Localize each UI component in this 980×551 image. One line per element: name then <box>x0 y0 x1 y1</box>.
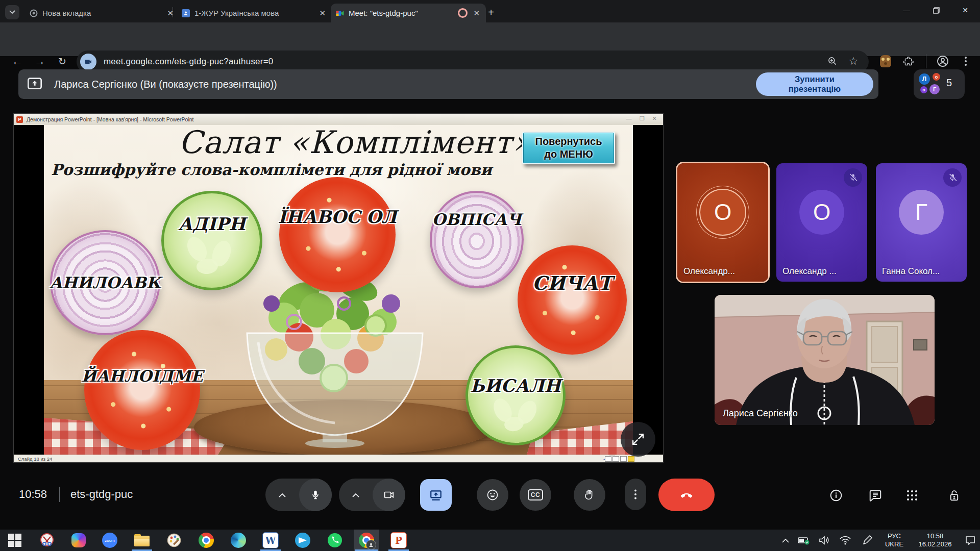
tab-meet-active[interactable]: Meet: "ets-gtdg-puc" ✕ <box>331 4 486 22</box>
back-button[interactable]: ← <box>7 51 28 71</box>
start-button[interactable] <box>3 530 27 551</box>
participant-tile-3[interactable]: Г Ганна Сокол... <box>876 163 967 282</box>
mic-toggle-button[interactable] <box>299 479 332 511</box>
reactions-button[interactable] <box>477 479 508 511</box>
camera-in-use-icon[interactable] <box>80 54 96 70</box>
window-maximize-button[interactable] <box>921 0 951 20</box>
taskbar-zoom[interactable]: zoom <box>98 530 121 551</box>
tray-clock[interactable]: 10:58 16.02.2026 <box>912 532 959 548</box>
extensions-puzzle-icon[interactable] <box>899 52 918 70</box>
mic-control[interactable] <box>265 479 332 511</box>
more-options-button[interactable] <box>625 479 646 510</box>
tray-date: 16.02.2026 <box>912 540 959 548</box>
open-in-full-icon <box>629 431 647 448</box>
tab-new-tab[interactable]: Нова вкладка ✕ <box>24 4 180 22</box>
activities-button[interactable] <box>903 486 921 505</box>
mic-off-icon <box>948 173 958 183</box>
window-minimize-button[interactable]: — <box>892 0 921 20</box>
tray-show-hidden-icons[interactable] <box>778 534 793 547</box>
word-cucumber-adirn: АДІРН <box>161 191 262 290</box>
tray-action-center[interactable] <box>963 534 978 547</box>
tab-close-icon[interactable]: ✕ <box>472 9 481 18</box>
ppt-slide-counter: Слайд 18 из 24 <box>18 456 52 462</box>
new-tab-button[interactable]: + <box>484 5 498 19</box>
stop-presenting-line1: Зупинити <box>795 74 835 84</box>
scrambled-word: АНИЛОАВК <box>50 273 161 292</box>
tray-volume-icon[interactable] <box>817 534 832 547</box>
captions-button[interactable]: CC <box>520 479 551 511</box>
return-to-menu-button: Повернутись до МЕНЮ <box>522 132 615 164</box>
present-button-active[interactable] <box>420 479 452 511</box>
taskbar-whatsapp[interactable] <box>323 530 347 551</box>
tray-pen-icon[interactable] <box>860 534 875 547</box>
taskbar-snipping-tool[interactable] <box>35 530 59 551</box>
taskbar-word[interactable]: W <box>259 530 282 551</box>
browser-toolbar: ← → ↻ meet.google.com/ets-gtdg-puc?authu… <box>0 22 980 56</box>
mic-options-chevron[interactable] <box>265 479 299 511</box>
participants-cluster[interactable]: Л о о Г 5 <box>914 69 965 99</box>
participant-name: Олександр ... <box>782 266 837 277</box>
tray-time: 10:58 <box>912 532 959 540</box>
taskbar-telegram[interactable] <box>291 530 314 551</box>
chrome-favicon <box>30 9 38 17</box>
tab-capture-indicator-icon <box>458 8 468 18</box>
taskbar-file-explorer[interactable] <box>130 530 154 551</box>
reload-button[interactable]: ↻ <box>52 51 72 71</box>
zoom-icon: zoom <box>102 533 117 548</box>
tray-language-indicator[interactable]: РУС UKRE <box>880 532 908 548</box>
hangup-icon <box>679 488 694 502</box>
tab-close-icon[interactable]: ✕ <box>318 9 327 18</box>
tab-close-icon[interactable]: ✕ <box>166 9 175 18</box>
leave-call-button[interactable] <box>658 479 715 511</box>
mic-off-icon <box>848 173 858 183</box>
expand-presentation-button[interactable] <box>621 422 655 457</box>
forward-button[interactable]: → <box>30 51 50 71</box>
zoom-page-icon[interactable] <box>823 52 842 70</box>
apps-grid-icon <box>906 489 918 502</box>
raise-hand-button[interactable] <box>574 479 605 511</box>
word-tomato-sychat: СИЧАТ <box>518 245 627 355</box>
host-controls-button[interactable] <box>945 486 963 505</box>
menu-button-line2: до МЕНЮ <box>544 148 593 161</box>
meeting-details-button[interactable] <box>827 486 845 505</box>
tab-journal[interactable]: 1-ЖУР Українська мова ✕ <box>177 4 332 22</box>
participant-tile-1[interactable]: О Олександр... <box>677 163 768 282</box>
taskbar-chrome[interactable] <box>194 530 218 551</box>
present-icon <box>429 488 443 502</box>
taskbar-powerpoint[interactable]: P <box>387 530 410 551</box>
time-code-divider <box>59 487 60 502</box>
browser-menu-icon[interactable] <box>957 52 975 70</box>
camera-toggle-button[interactable] <box>373 479 405 511</box>
scrambled-word: ЙАНЛОІДМЕ <box>81 367 203 385</box>
info-icon <box>829 489 843 502</box>
tray-wifi-icon[interactable] <box>838 534 853 547</box>
menu-button-line1: Повернутись <box>535 135 602 148</box>
extension-owl-icon[interactable] <box>876 52 895 70</box>
tray-battery-icon[interactable] <box>796 534 812 547</box>
stop-presenting-button[interactable]: Зупинити презентацію <box>756 72 873 96</box>
chat-button[interactable] <box>866 486 885 505</box>
self-video-tile[interactable]: Лариса Сергієнко <box>715 295 935 425</box>
participant-tile-2[interactable]: О Олександр ... <box>776 163 867 282</box>
whatsapp-icon <box>327 533 342 548</box>
powerpoint-icon: P <box>390 532 407 548</box>
journal-favicon <box>182 9 190 17</box>
taskbar-copilot[interactable] <box>67 530 90 551</box>
paint-icon <box>166 533 182 548</box>
taskbar-paint[interactable] <box>162 530 186 551</box>
window-close-button[interactable]: ✕ <box>950 0 980 20</box>
word-onion-anyloavk: АНИЛОАВК <box>50 230 160 335</box>
profile-avatar-icon[interactable] <box>934 52 952 70</box>
stop-presenting-line2: презентацію <box>789 84 841 94</box>
participant-mini-avatar: Л <box>919 73 930 85</box>
camera-control[interactable] <box>339 479 405 511</box>
taskbar-edge[interactable] <box>227 530 250 551</box>
camera-options-chevron[interactable] <box>339 479 373 511</box>
snipping-tool-icon <box>39 533 55 548</box>
present-screen-icon <box>27 76 43 92</box>
taskbar-chrome-meet-active[interactable] <box>354 530 379 551</box>
telegram-icon <box>295 533 310 548</box>
language-code: UKRE <box>880 540 908 548</box>
bookmark-star-icon[interactable]: ☆ <box>844 52 863 70</box>
tab-search-button[interactable] <box>5 5 19 19</box>
